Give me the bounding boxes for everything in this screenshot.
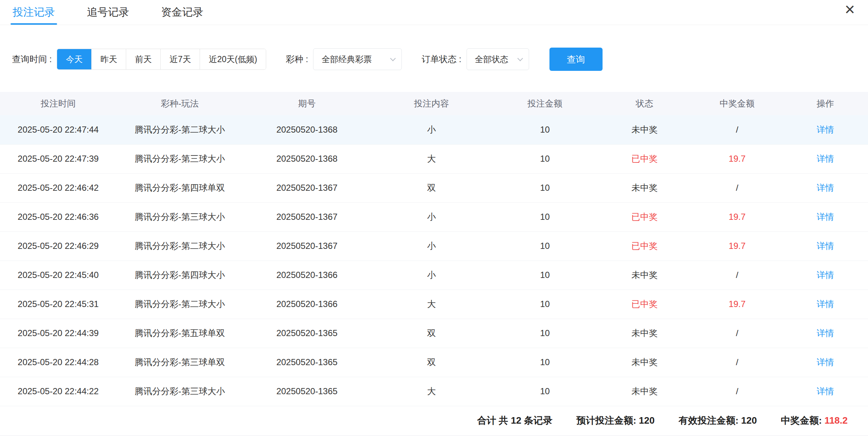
table-row: 2025-05-20 22:47:39 腾讯分分彩-第三球大小 20250520… [0, 144, 868, 173]
lottery-game: 腾讯分分彩-第四球大小 [116, 261, 243, 290]
bet-amount: 10 [492, 173, 597, 202]
details-link[interactable]: 详情 [783, 290, 868, 319]
status-badge: 未中奖 [597, 319, 692, 348]
bet-time: 2025-05-20 22:46:36 [0, 202, 116, 231]
details-link[interactable]: 详情 [783, 377, 868, 406]
table-row: 2025-05-20 22:44:22 腾讯分分彩-第三球大小 20250520… [0, 377, 868, 406]
table-row: 2025-05-20 22:46:36 腾讯分分彩-第三球大小 20250520… [0, 202, 868, 231]
bet-amount: 10 [492, 261, 597, 290]
summary-prize-label: 中奖金额: [781, 415, 824, 426]
column-header: 中奖金额 [692, 92, 783, 115]
prize-amount: / [692, 261, 783, 290]
prize-amount: / [692, 348, 783, 377]
filter-bar: 查询时间 : 今天昨天前天近7天近20天(低频) 彩种 : 全部经典彩票 订单状… [12, 48, 868, 71]
summary-valid-amount: 有效投注金额: 120 [679, 414, 757, 427]
lottery-game: 腾讯分分彩-第二球大小 [116, 231, 243, 261]
column-header: 投注时间 [0, 92, 116, 115]
summary-prize-amount: 中奖金额: 118.2 [781, 414, 848, 427]
status-badge: 已中奖 [597, 144, 692, 173]
status-badge: 未中奖 [597, 261, 692, 290]
bet-content: 大 [371, 377, 492, 406]
table-row: 2025-05-20 22:45:40 腾讯分分彩-第四球大小 20250520… [0, 261, 868, 290]
bet-content: 双 [371, 173, 492, 202]
status-badge: 已中奖 [597, 231, 692, 261]
bet-time: 2025-05-20 22:45:31 [0, 290, 116, 319]
issue-number: 20250520-1366 [243, 290, 371, 319]
time-filter-last-7-days[interactable]: 近7天 [160, 49, 200, 69]
bet-amount: 10 [492, 319, 597, 348]
prize-amount: 19.7 [692, 290, 783, 319]
lottery-game: 腾讯分分彩-第二球大小 [116, 290, 243, 319]
bet-content: 小 [371, 231, 492, 261]
time-filter-last-20-days-low-freq[interactable]: 近20天(低频) [200, 49, 266, 69]
lottery-game: 腾讯分分彩-第二球大小 [116, 115, 243, 144]
bet-time: 2025-05-20 22:47:39 [0, 144, 116, 173]
bet-amount: 10 [492, 231, 597, 261]
bet-content: 大 [371, 290, 492, 319]
tab-chase-number-records[interactable]: 追号记录 [87, 0, 129, 25]
close-icon[interactable]: × [845, 1, 855, 18]
bet-time: 2025-05-20 22:44:22 [0, 377, 116, 406]
bet-time: 2025-05-20 22:46:42 [0, 173, 116, 202]
time-filter-group: 今天昨天前天近7天近20天(低频) [57, 49, 266, 70]
bet-amount: 10 [492, 348, 597, 377]
issue-number: 20250520-1365 [243, 319, 371, 348]
column-header: 操作 [783, 92, 868, 115]
table-header: 投注时间彩种-玩法期号投注内容投注金额状态中奖金额操作 [0, 92, 868, 115]
tab-betting-records[interactable]: 投注记录 [13, 0, 55, 25]
column-header: 投注内容 [371, 92, 492, 115]
lottery-game: 腾讯分分彩-第三球大小 [116, 202, 243, 231]
table-row: 2025-05-20 22:46:29 腾讯分分彩-第二球大小 20250520… [0, 231, 868, 261]
details-link[interactable]: 详情 [783, 144, 868, 173]
time-filter-today[interactable]: 今天 [57, 49, 91, 69]
table-row: 2025-05-20 22:44:28 腾讯分分彩-第三球单双 20250520… [0, 348, 868, 377]
lottery-select-value: 全部经典彩票 [321, 54, 372, 65]
details-link[interactable]: 详情 [783, 348, 868, 377]
details-link[interactable]: 详情 [783, 261, 868, 290]
status-badge: 已中奖 [597, 202, 692, 231]
records-table: 投注时间彩种-玩法期号投注内容投注金额状态中奖金额操作 2025-05-20 2… [0, 92, 868, 406]
status-badge: 未中奖 [597, 348, 692, 377]
bet-content: 小 [371, 202, 492, 231]
issue-number: 20250520-1368 [243, 144, 371, 173]
betting-records-panel: 投注记录追号记录资金记录 × 查询时间 : 今天昨天前天近7天近20天(低频) … [0, 0, 868, 436]
column-header: 彩种-玩法 [116, 92, 243, 115]
time-filter-label: 查询时间 : [12, 53, 52, 65]
status-badge: 未中奖 [597, 377, 692, 406]
issue-number: 20250520-1367 [243, 173, 371, 202]
records-body: 2025-05-20 22:47:44 腾讯分分彩-第二球大小 20250520… [0, 115, 868, 406]
details-link[interactable]: 详情 [783, 173, 868, 202]
bet-content: 小 [371, 115, 492, 144]
bet-time: 2025-05-20 22:46:29 [0, 231, 116, 261]
details-link[interactable]: 详情 [783, 231, 868, 261]
column-header: 投注金额 [492, 92, 597, 115]
bet-content: 大 [371, 144, 492, 173]
issue-number: 20250520-1366 [243, 261, 371, 290]
details-link[interactable]: 详情 [783, 115, 868, 144]
time-filter-day-before-yesterday[interactable]: 前天 [126, 49, 160, 69]
prize-amount: 19.7 [692, 231, 783, 261]
table-row: 2025-05-20 22:46:42 腾讯分分彩-第四球单双 20250520… [0, 173, 868, 202]
column-header: 期号 [243, 92, 371, 115]
tab-funds-records[interactable]: 资金记录 [161, 0, 203, 25]
prize-amount: 19.7 [692, 144, 783, 173]
query-button[interactable]: 查询 [549, 48, 603, 71]
prize-amount: / [692, 173, 783, 202]
order-status-select[interactable]: 全部状态 [467, 48, 529, 70]
summary-prize-value: 118.2 [824, 415, 848, 426]
table-row: 2025-05-20 22:47:44 腾讯分分彩-第二球大小 20250520… [0, 115, 868, 144]
details-link[interactable]: 详情 [783, 202, 868, 231]
lottery-game: 腾讯分分彩-第三球大小 [116, 377, 243, 406]
bet-amount: 10 [492, 377, 597, 406]
time-filter-yesterday[interactable]: 昨天 [91, 49, 126, 69]
bet-content: 双 [371, 348, 492, 377]
tabs: 投注记录追号记录资金记录 [13, 0, 203, 25]
lottery-select[interactable]: 全部经典彩票 [313, 48, 402, 70]
details-link[interactable]: 详情 [783, 319, 868, 348]
chevron-down-icon [517, 55, 523, 61]
issue-number: 20250520-1367 [243, 231, 371, 261]
status-badge: 未中奖 [597, 173, 692, 202]
chevron-down-icon [390, 55, 396, 61]
bet-time: 2025-05-20 22:45:40 [0, 261, 116, 290]
bet-amount: 10 [492, 115, 597, 144]
